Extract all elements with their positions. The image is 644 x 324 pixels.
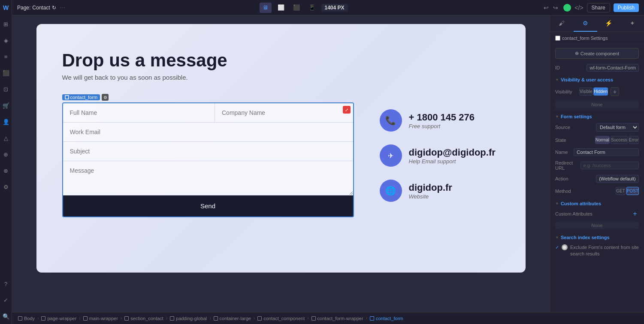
nav-icon-logic[interactable]: △ (2, 134, 10, 142)
state-row: State Normal Success Error (550, 134, 644, 146)
svg-rect-0 (65, 96, 69, 99)
page-icon[interactable]: ↻ (52, 5, 56, 11)
name-input[interactable] (574, 148, 639, 156)
settings-checkbox[interactable] (555, 36, 560, 41)
device-mobile[interactable]: 📱 (306, 3, 318, 13)
nav-icon-components[interactable]: ◈ (2, 36, 10, 45)
create-component-button[interactable]: ⊕ Create component (555, 48, 639, 59)
state-normal-btn[interactable]: Normal (595, 136, 610, 144)
email-label: Help Email support (409, 158, 496, 165)
custom-attributes-header[interactable]: ▼ Custom attributes (550, 197, 644, 208)
form-label-bar: contact_form ⚙ (62, 94, 354, 101)
redirect-input[interactable] (581, 162, 639, 169)
nav-icon-pages[interactable]: ⊞ (2, 20, 10, 28)
visibility-hidden-btn[interactable]: Hidden (593, 87, 608, 96)
device-tablet-landscape[interactable]: ⬜ (275, 3, 287, 13)
breadcrumb-section-contact[interactable]: section_contact (122, 316, 166, 321)
breadcrumb-icon-sc (124, 316, 129, 321)
tab-settings[interactable]: ⚙ (574, 15, 597, 32)
full-name-input[interactable] (63, 103, 215, 123)
visibility-visible-btn[interactable]: Visible (579, 87, 593, 96)
px-display: 1404 PX (321, 4, 348, 12)
panel-header: contact_form Settings (550, 32, 644, 45)
tab-animation[interactable]: ✦ (620, 15, 644, 32)
share-button[interactable]: Share (587, 3, 610, 12)
nav-icon-assets[interactable]: ⬛ (2, 69, 10, 77)
search-index-header[interactable]: ▼ Search index settings (550, 231, 644, 242)
publish-button[interactable]: Publish (614, 3, 639, 12)
device-tablet[interactable]: ⬛ (290, 3, 302, 13)
breadcrumb-icon-cc (257, 316, 262, 321)
custom-attr-chevron: ▼ (555, 201, 559, 206)
nav-icon-help[interactable]: ? (2, 279, 10, 288)
nav-icon-integrations[interactable]: ⊗ (2, 166, 10, 175)
work-email-input[interactable] (63, 123, 353, 142)
form-settings-header[interactable]: ▼ Form settings (550, 110, 644, 121)
breadcrumb-label-cf: contact_form (376, 316, 403, 321)
method-post-btn[interactable]: POST (626, 187, 639, 195)
breadcrumb-page-wrapper[interactable]: page-wrapper (39, 316, 79, 321)
search-checkmark: ✓ (555, 245, 559, 250)
redo-button[interactable]: ↪ (551, 3, 560, 12)
breadcrumb-main-wrapper[interactable]: main-wrapper (81, 316, 121, 321)
source-row: Source Default form (550, 121, 644, 134)
visibility-buttons: Visible Hidden (579, 87, 608, 96)
breadcrumb-body[interactable]: Body (15, 316, 37, 321)
resize-icon[interactable]: ⤢ (343, 106, 351, 114)
breadcrumb-label-cl: container-large (220, 316, 251, 321)
subject-input[interactable] (63, 142, 353, 161)
nav-icon-check[interactable]: ✓ (2, 296, 10, 304)
code-button[interactable]: </> (574, 4, 583, 11)
canvas[interactable]: Drop us a message We will get back to yo… (12, 15, 550, 324)
nav-icon-cms[interactable]: ⊡ (2, 85, 10, 93)
website-icon-circle: 🌐 (380, 180, 402, 202)
state-error-btn[interactable]: Error (629, 136, 639, 144)
breadcrumb-container-large[interactable]: container-large (211, 316, 254, 321)
source-select[interactable]: Default form (596, 123, 639, 132)
contact-layout: contact_form ⚙ ⤢ (62, 94, 500, 217)
visibility-add-btn[interactable]: + (611, 87, 619, 96)
method-get-btn[interactable]: GET (616, 187, 626, 195)
breadcrumb-label-mw: main-wrapper (89, 316, 118, 321)
app-logo[interactable]: W (2, 3, 10, 12)
visibility-none-badge: None (555, 101, 639, 108)
method-row: Method GET POST (550, 185, 644, 197)
breadcrumb-contact-form[interactable]: contact_form (367, 316, 406, 321)
id-value[interactable]: wf-form-Contact-Form (587, 64, 639, 72)
nav-icon-apps[interactable]: ⊕ (2, 150, 10, 159)
state-success-btn[interactable]: Success (611, 136, 628, 144)
breadcrumb-label-body: Body (24, 316, 35, 321)
tab-style[interactable]: 🖌 (550, 15, 574, 32)
visibility-section-header[interactable]: ▼ Visibility & user access (550, 73, 644, 84)
action-value[interactable]: (Webflow default) (596, 175, 639, 183)
nav-icon-ecommerce[interactable]: 🛒 (2, 101, 10, 110)
settings-checkbox-label[interactable]: contact_form Settings (555, 36, 608, 41)
breadcrumb-icon-cf (370, 316, 374, 321)
status-indicator (563, 4, 571, 12)
submit-button[interactable]: Send (63, 195, 353, 216)
contact-item-phone: 📞 + 1800 145 276 Free support (380, 109, 500, 132)
nav-icon-settings[interactable]: ⚙ (2, 183, 10, 191)
source-label: Source (555, 125, 570, 130)
form-settings-gear[interactable]: ⚙ (102, 94, 109, 101)
phone-label: Free support (409, 123, 475, 129)
tab-interactions[interactable]: ⚡ (597, 15, 621, 32)
undo-button[interactable]: ↩ (542, 3, 550, 12)
nav-icon-users[interactable]: 👤 (2, 117, 10, 126)
page-name[interactable]: Contact (32, 5, 50, 11)
website-url: digidop.fr (409, 182, 452, 193)
id-row: ID wf-form-Contact-Form (550, 62, 644, 73)
canvas-title: Drop us a message We will get back to yo… (62, 50, 500, 81)
message-textarea[interactable] (63, 161, 353, 195)
breadcrumb-padding-global[interactable]: padding-global (167, 316, 209, 321)
nav-icon-search[interactable]: 🔍 (2, 312, 10, 321)
nav-icon-layers[interactable]: ≡ (2, 52, 10, 61)
breadcrumb-contact-component[interactable]: contact_component (255, 316, 307, 321)
form-label-tag[interactable]: contact_form (62, 94, 100, 100)
breadcrumb-form-wrapper[interactable]: contact_form-wrapper (309, 316, 366, 321)
contact-item-email: ✈ digidop@digidop.fr Help Email support (380, 144, 500, 167)
device-desktop[interactable]: 🖥 (260, 3, 272, 13)
custom-attr-add-btn[interactable]: + (631, 210, 639, 218)
company-name-wrapper: ⤢ (215, 103, 353, 123)
company-name-input[interactable] (215, 103, 353, 123)
